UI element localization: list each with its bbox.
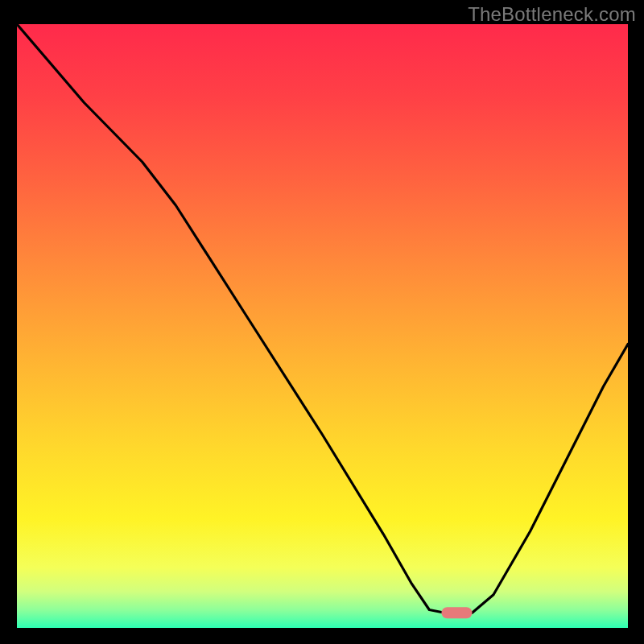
optimal-marker [442,607,473,618]
chart-stage: TheBottleneck.com [0,0,644,644]
plot-area [17,24,628,628]
gradient-background [17,24,628,628]
chart-svg [17,24,628,628]
watermark-text: TheBottleneck.com [468,3,636,26]
